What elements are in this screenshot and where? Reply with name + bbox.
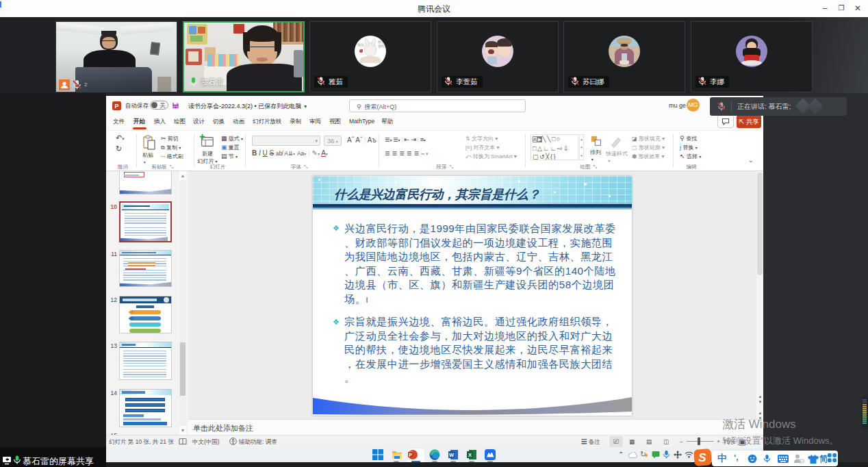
svg-text:P: P: [409, 453, 412, 457]
svg-text:W: W: [449, 452, 455, 458]
svg-text:P: P: [114, 103, 118, 110]
svg-text:X: X: [468, 452, 472, 458]
svg-text:S: S: [698, 451, 706, 464]
svg-text:12: 12: [800, 459, 804, 463]
